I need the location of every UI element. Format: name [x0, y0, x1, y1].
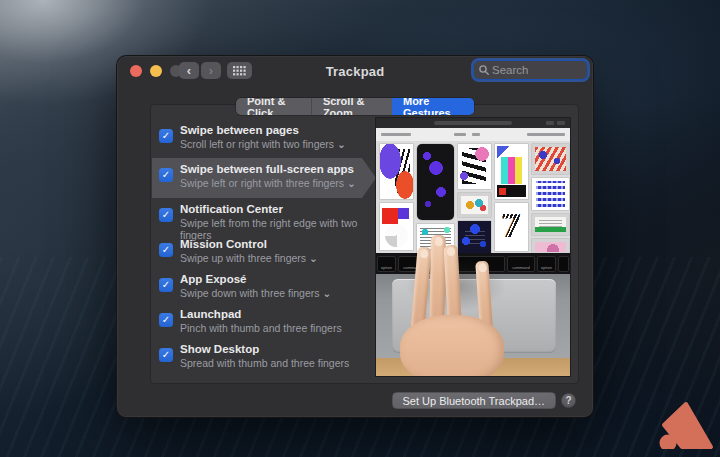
arrow-key	[558, 256, 569, 272]
poster-tile	[532, 239, 569, 253]
chevron-down-icon[interactable]: ⌄	[337, 138, 346, 150]
check-icon: ✓	[162, 350, 170, 360]
checkbox-checked[interactable]: ✓	[159, 348, 173, 362]
checkbox-checked[interactable]: ✓	[159, 313, 173, 327]
chevron-down-icon[interactable]: ⌄	[323, 287, 332, 299]
tv-screen	[535, 147, 566, 171]
poster-tile	[458, 221, 491, 253]
poster-grid: 7	[376, 141, 570, 253]
check-icon: ✓	[162, 245, 170, 255]
check-icon: ✓	[162, 210, 170, 220]
help-button[interactable]: ?	[561, 393, 576, 408]
chevron-down-icon[interactable]: ⌄	[347, 177, 356, 189]
checkbox-checked[interactable]: ✓	[159, 208, 173, 222]
search-icon	[479, 65, 489, 75]
purple-square	[398, 208, 409, 219]
gesture-row-app-expose[interactable]: ✓ App Exposé Swipe down with three finge…	[151, 272, 375, 299]
checkbox-checked[interactable]: ✓	[159, 278, 173, 292]
tab-scroll-and-zoom[interactable]: Scroll & Zoom	[311, 98, 392, 115]
check-icon: ✓	[162, 315, 170, 325]
trackpad-preferences-window: ‹ › Trackpad Point & Click Scroll & Zoom…	[116, 55, 594, 418]
option-key: option	[377, 256, 396, 272]
laptop-deck	[376, 274, 570, 358]
poster-tile	[380, 144, 413, 199]
gesture-subtitle: Spread with thumb and three fingers	[180, 357, 349, 369]
recorded-toolbar-button	[557, 121, 565, 125]
gesture-row-show-desktop[interactable]: ✓ Show Desktop Spread with thumb and thr…	[151, 342, 375, 369]
tv-screen	[461, 196, 488, 214]
stripe-overlay	[499, 207, 524, 247]
site-title-text	[381, 133, 411, 136]
titlebar[interactable]: ‹ › Trackpad	[117, 56, 593, 85]
gesture-row-notification-center[interactable]: ✓ Notification Center Swipe left from th…	[151, 202, 375, 241]
gesture-row-mission-control[interactable]: ✓ Mission Control Swipe up with three fi…	[151, 237, 375, 264]
poster-tile	[458, 193, 491, 217]
setup-bluetooth-trackpad-button[interactable]: Set Up Bluetooth Trackpad…	[392, 392, 556, 409]
logo-mark	[652, 401, 714, 449]
gestures-panel: ✓ Swipe between pages Scroll left or rig…	[150, 104, 579, 384]
recorded-address-bar	[434, 121, 512, 125]
poster-tile	[417, 224, 454, 253]
tab-point-and-click[interactable]: Point & Click	[236, 98, 311, 115]
trackpad-surface	[392, 279, 556, 353]
gesture-title: Mission Control	[180, 238, 318, 251]
site-nav-text	[454, 133, 466, 136]
gesture-title: Launchpad	[180, 308, 342, 321]
poster-tile	[532, 144, 569, 174]
site-nav-text	[527, 133, 565, 136]
tv-screen	[535, 242, 566, 252]
recorded-window-titlebar	[376, 118, 570, 128]
command-key: command	[507, 256, 535, 272]
checkbox-checked[interactable]: ✓	[159, 168, 173, 182]
poster-tile	[417, 144, 454, 220]
option-key: option	[537, 256, 556, 272]
gesture-subtitle[interactable]: Swipe up with three fingers⌄	[180, 252, 318, 264]
recorded-toolbar-button	[546, 121, 554, 125]
check-icon: ✓	[162, 170, 170, 180]
poster-tile	[458, 144, 491, 189]
poster-tile	[495, 144, 528, 199]
gesture-title: Notification Center	[180, 203, 375, 216]
tv-screen	[535, 217, 566, 232]
chevron-down-icon[interactable]: ⌄	[309, 252, 318, 264]
red-square	[382, 208, 398, 224]
search-input[interactable]	[492, 64, 582, 76]
command-key: command	[398, 256, 426, 272]
checkbox-checked[interactable]: ✓	[159, 243, 173, 257]
checkbox-checked[interactable]: ✓	[159, 129, 173, 143]
question-mark-icon: ?	[565, 395, 571, 406]
gesture-title: App Exposé	[180, 273, 331, 286]
gesture-row-swipe-between-pages[interactable]: ✓ Swipe between pages Scroll left or rig…	[151, 123, 375, 150]
wooden-desk	[376, 358, 570, 377]
pie-shape	[385, 224, 408, 247]
site-nav-text	[472, 133, 480, 136]
tab-more-gestures[interactable]: More Gestures	[392, 98, 474, 115]
space-bar	[428, 256, 505, 272]
keyboard-row: option command command option	[376, 253, 570, 274]
gesture-title: Swipe between pages	[180, 124, 346, 137]
poster-tile	[380, 203, 413, 250]
check-icon: ✓	[162, 131, 170, 141]
gesture-title: Show Desktop	[180, 343, 349, 356]
recorded-site-header	[376, 128, 570, 141]
poster-tile	[532, 214, 569, 235]
gesture-subtitle[interactable]: Swipe down with three fingers⌄	[180, 287, 331, 299]
gesture-subtitle[interactable]: Swipe left or right with three fingers⌄	[180, 177, 356, 189]
poster-tile: 7	[495, 203, 528, 251]
check-icon: ✓	[162, 280, 170, 290]
gesture-subtitle[interactable]: Scroll left or right with two fingers⌄	[180, 138, 346, 150]
poster-tile	[532, 178, 569, 210]
gesture-row-swipe-between-fullscreen-apps[interactable]: ✓ Swipe between full-screen apps Swipe l…	[151, 162, 375, 189]
gesture-demo-video: 7 option command command option	[375, 117, 571, 377]
gesture-row-launchpad[interactable]: ✓ Launchpad Pinch with thumb and three f…	[151, 307, 375, 334]
search-field[interactable]	[474, 61, 587, 79]
gesture-title: Swipe between full-screen apps	[180, 163, 356, 176]
gesture-subtitle: Pinch with thumb and three fingers	[180, 322, 342, 334]
tab-bar: Point & Click Scroll & Zoom More Gesture…	[236, 98, 474, 115]
